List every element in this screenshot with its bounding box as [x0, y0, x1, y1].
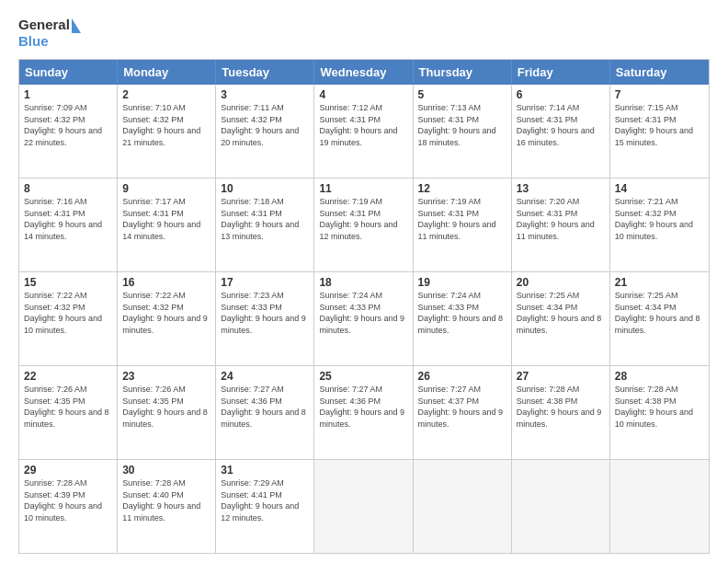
page: General Blue SundayMondayTuesdayWednesda… — [0, 0, 728, 563]
calendar-header-cell: Thursday — [414, 60, 512, 85]
day-info: Sunrise: 7:14 AMSunset: 4:31 PMDaylight:… — [517, 102, 605, 148]
logo: General Blue — [18, 15, 83, 52]
day-number: 31 — [221, 464, 309, 477]
calendar-week-row: 15Sunrise: 7:22 AMSunset: 4:32 PMDayligh… — [19, 271, 709, 365]
calendar-week-row: 1Sunrise: 7:09 AMSunset: 4:32 PMDaylight… — [19, 85, 709, 178]
day-number: 7 — [615, 88, 704, 101]
day-info: Sunrise: 7:26 AMSunset: 4:35 PMDaylight:… — [24, 384, 112, 430]
day-number: 8 — [24, 182, 112, 195]
calendar-cell: 21Sunrise: 7:25 AMSunset: 4:34 PMDayligh… — [610, 272, 709, 365]
day-number: 2 — [122, 88, 210, 101]
day-info: Sunrise: 7:10 AMSunset: 4:32 PMDaylight:… — [122, 102, 210, 148]
day-info: Sunrise: 7:26 AMSunset: 4:35 PMDaylight:… — [122, 384, 210, 430]
calendar-cell: 2Sunrise: 7:10 AMSunset: 4:32 PMDaylight… — [118, 85, 216, 178]
day-number: 3 — [221, 88, 309, 101]
day-number: 9 — [122, 182, 210, 195]
calendar-header-cell: Sunday — [19, 60, 118, 85]
calendar-cell: 13Sunrise: 7:20 AMSunset: 4:31 PMDayligh… — [512, 178, 610, 271]
day-number: 24 — [221, 370, 309, 383]
day-info: Sunrise: 7:28 AMSunset: 4:38 PMDaylight:… — [517, 384, 605, 430]
calendar-cell: 28Sunrise: 7:28 AMSunset: 4:38 PMDayligh… — [610, 366, 709, 459]
calendar-cell: 12Sunrise: 7:19 AMSunset: 4:31 PMDayligh… — [414, 178, 512, 271]
calendar-cell: 10Sunrise: 7:18 AMSunset: 4:31 PMDayligh… — [216, 178, 314, 271]
day-info: Sunrise: 7:15 AMSunset: 4:31 PMDaylight:… — [615, 102, 704, 148]
logo-icon: General Blue — [18, 15, 83, 52]
calendar-header-row: SundayMondayTuesdayWednesdayThursdayFrid… — [19, 60, 709, 85]
day-info: Sunrise: 7:21 AMSunset: 4:32 PMDaylight:… — [615, 196, 704, 242]
calendar-cell: 17Sunrise: 7:23 AMSunset: 4:33 PMDayligh… — [216, 272, 314, 365]
calendar-cell: 5Sunrise: 7:13 AMSunset: 4:31 PMDaylight… — [414, 85, 512, 178]
day-number: 21 — [615, 276, 704, 289]
day-number: 29 — [24, 464, 112, 477]
calendar-cell: 20Sunrise: 7:25 AMSunset: 4:34 PMDayligh… — [512, 272, 610, 365]
day-info: Sunrise: 7:27 AMSunset: 4:36 PMDaylight:… — [221, 384, 309, 430]
day-number: 17 — [221, 276, 309, 289]
day-info: Sunrise: 7:19 AMSunset: 4:31 PMDaylight:… — [418, 196, 506, 242]
day-info: Sunrise: 7:28 AMSunset: 4:39 PMDaylight:… — [24, 477, 112, 523]
day-info: Sunrise: 7:25 AMSunset: 4:34 PMDaylight:… — [517, 290, 605, 336]
calendar-cell: 4Sunrise: 7:12 AMSunset: 4:31 PMDaylight… — [314, 85, 413, 178]
day-number: 1 — [24, 88, 112, 101]
svg-marker-2 — [72, 18, 81, 33]
day-number: 27 — [517, 370, 605, 383]
calendar-week-row: 29Sunrise: 7:28 AMSunset: 4:39 PMDayligh… — [19, 459, 709, 553]
calendar-cell-empty — [414, 460, 512, 553]
day-info: Sunrise: 7:25 AMSunset: 4:34 PMDaylight:… — [615, 290, 704, 336]
day-number: 26 — [418, 370, 506, 383]
svg-text:General: General — [18, 17, 70, 32]
day-number: 20 — [517, 276, 605, 289]
day-number: 6 — [517, 88, 605, 101]
day-number: 11 — [319, 182, 407, 195]
day-number: 18 — [319, 276, 407, 289]
day-number: 30 — [122, 464, 210, 477]
calendar-week-row: 22Sunrise: 7:26 AMSunset: 4:35 PMDayligh… — [19, 365, 709, 459]
day-info: Sunrise: 7:20 AMSunset: 4:31 PMDaylight:… — [517, 196, 605, 242]
calendar-cell: 27Sunrise: 7:28 AMSunset: 4:38 PMDayligh… — [512, 366, 610, 459]
calendar-cell-empty — [512, 460, 610, 553]
day-info: Sunrise: 7:18 AMSunset: 4:31 PMDaylight:… — [221, 196, 309, 242]
svg-text:Blue: Blue — [18, 33, 49, 49]
calendar-cell-empty — [314, 460, 413, 553]
day-info: Sunrise: 7:13 AMSunset: 4:31 PMDaylight:… — [418, 102, 506, 148]
calendar-cell: 1Sunrise: 7:09 AMSunset: 4:32 PMDaylight… — [19, 85, 118, 178]
calendar-cell: 23Sunrise: 7:26 AMSunset: 4:35 PMDayligh… — [118, 366, 216, 459]
calendar-cell: 3Sunrise: 7:11 AMSunset: 4:32 PMDaylight… — [216, 85, 314, 178]
calendar-cell: 9Sunrise: 7:17 AMSunset: 4:31 PMDaylight… — [118, 178, 216, 271]
calendar-cell: 8Sunrise: 7:16 AMSunset: 4:31 PMDaylight… — [19, 178, 118, 271]
day-number: 19 — [418, 276, 506, 289]
calendar-cell: 29Sunrise: 7:28 AMSunset: 4:39 PMDayligh… — [19, 460, 118, 553]
calendar-cell-empty — [610, 460, 709, 553]
calendar-cell: 22Sunrise: 7:26 AMSunset: 4:35 PMDayligh… — [19, 366, 118, 459]
day-info: Sunrise: 7:28 AMSunset: 4:40 PMDaylight:… — [122, 477, 210, 523]
day-number: 5 — [418, 88, 506, 101]
calendar-cell: 16Sunrise: 7:22 AMSunset: 4:32 PMDayligh… — [118, 272, 216, 365]
calendar: SundayMondayTuesdayWednesdayThursdayFrid… — [18, 59, 710, 554]
day-info: Sunrise: 7:28 AMSunset: 4:38 PMDaylight:… — [615, 384, 704, 430]
calendar-body: 1Sunrise: 7:09 AMSunset: 4:32 PMDaylight… — [19, 85, 709, 553]
day-info: Sunrise: 7:19 AMSunset: 4:31 PMDaylight:… — [319, 196, 407, 242]
calendar-cell: 26Sunrise: 7:27 AMSunset: 4:37 PMDayligh… — [414, 366, 512, 459]
day-number: 22 — [24, 370, 112, 383]
day-number: 12 — [418, 182, 506, 195]
day-info: Sunrise: 7:17 AMSunset: 4:31 PMDaylight:… — [122, 196, 210, 242]
calendar-cell: 30Sunrise: 7:28 AMSunset: 4:40 PMDayligh… — [118, 460, 216, 553]
calendar-cell: 19Sunrise: 7:24 AMSunset: 4:33 PMDayligh… — [414, 272, 512, 365]
calendar-cell: 25Sunrise: 7:27 AMSunset: 4:36 PMDayligh… — [314, 366, 413, 459]
day-number: 4 — [319, 88, 407, 101]
calendar-cell: 15Sunrise: 7:22 AMSunset: 4:32 PMDayligh… — [19, 272, 118, 365]
day-number: 25 — [319, 370, 407, 383]
day-info: Sunrise: 7:12 AMSunset: 4:31 PMDaylight:… — [319, 102, 407, 148]
day-number: 16 — [122, 276, 210, 289]
calendar-cell: 7Sunrise: 7:15 AMSunset: 4:31 PMDaylight… — [610, 85, 709, 178]
day-info: Sunrise: 7:22 AMSunset: 4:32 PMDaylight:… — [24, 290, 112, 336]
calendar-week-row: 8Sunrise: 7:16 AMSunset: 4:31 PMDaylight… — [19, 178, 709, 271]
calendar-cell: 6Sunrise: 7:14 AMSunset: 4:31 PMDaylight… — [512, 85, 610, 178]
day-info: Sunrise: 7:24 AMSunset: 4:33 PMDaylight:… — [319, 290, 407, 336]
day-number: 14 — [615, 182, 704, 195]
day-number: 28 — [615, 370, 704, 383]
day-info: Sunrise: 7:24 AMSunset: 4:33 PMDaylight:… — [418, 290, 506, 336]
calendar-cell: 18Sunrise: 7:24 AMSunset: 4:33 PMDayligh… — [314, 272, 413, 365]
header: General Blue — [18, 15, 710, 52]
calendar-cell: 14Sunrise: 7:21 AMSunset: 4:32 PMDayligh… — [610, 178, 709, 271]
day-number: 23 — [122, 370, 210, 383]
